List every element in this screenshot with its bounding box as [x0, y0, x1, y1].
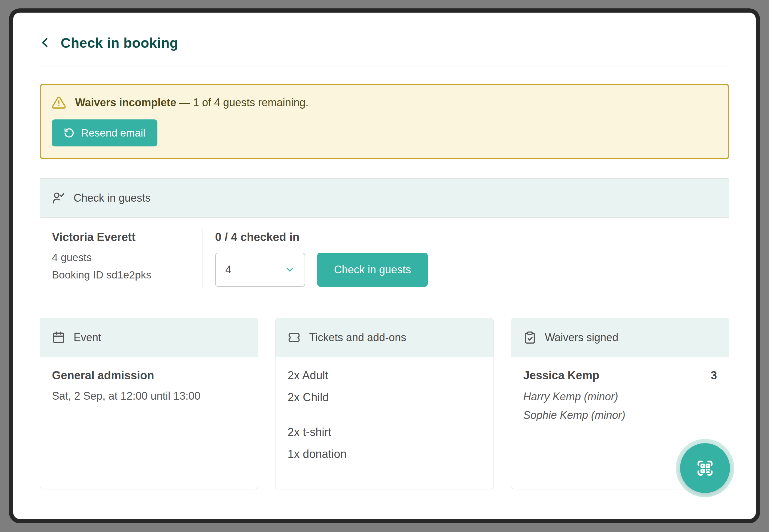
ticket-item: 2x Adult: [288, 369, 481, 382]
waivers-warning-banner: Waivers incomplete — 1 of 4 guests remai…: [40, 84, 729, 159]
tickets-card-header: Tickets and add-ons: [276, 318, 493, 357]
back-button[interactable]: [40, 37, 51, 49]
qr-scan-button-halo: [676, 439, 734, 497]
checkin-panel-body: Victoria Everett 4 guests Booking ID sd1…: [40, 218, 729, 301]
warning-detail: — 1 of 4 guests remaining.: [179, 96, 309, 109]
ticket-item: 2x Child: [288, 391, 481, 404]
addons-divider: [288, 415, 481, 415]
rotate-ccw-icon: [64, 128, 74, 138]
booking-id: Booking ID sd1e2pks: [52, 269, 202, 281]
chevron-left-icon: [40, 37, 51, 49]
guest-name: Victoria Everett: [52, 231, 202, 244]
page-header: Check in booking: [40, 35, 729, 51]
waivers-card: Waivers signed Jessica Kemp 3 Harry Kemp…: [511, 318, 729, 489]
guest-summary: Victoria Everett 4 guests Booking ID sd1…: [52, 229, 202, 287]
warning-message: Waivers incomplete — 1 of 4 guests remai…: [75, 96, 309, 109]
waiver-signer-name: Jessica Kemp: [523, 369, 600, 382]
qr-scan-icon: [695, 458, 715, 478]
event-card-title: Event: [74, 331, 101, 344]
event-card: Event General admission Sat, 2 Sep, at 1…: [40, 318, 258, 489]
qr-scan-button[interactable]: [680, 443, 730, 493]
event-datetime: Sat, 2 Sep, at 12:00 until 13:00: [52, 390, 246, 402]
waivers-card-title: Waivers signed: [545, 331, 619, 344]
waivers-card-header: Waivers signed: [511, 318, 729, 357]
resend-email-label: Resend email: [81, 127, 145, 139]
checked-in-progress: 0 / 4 checked in: [215, 231, 428, 244]
checkin-panel-header: Check in guests: [40, 179, 729, 218]
checkin-controls: 0 / 4 checked in 4 Check in guests: [203, 229, 428, 287]
guest-quantity-value: 4: [225, 263, 232, 276]
clipboard-check-icon: [523, 331, 536, 344]
warning-title: Waivers incomplete: [75, 96, 176, 109]
event-name: General admission: [52, 369, 246, 382]
checkin-panel: Check in guests Victoria Everett 4 guest…: [40, 178, 729, 301]
info-cards: Event General admission Sat, 2 Sep, at 1…: [40, 318, 729, 489]
ticket-icon: [288, 331, 301, 344]
header-divider: [40, 67, 729, 67]
checkin-panel-title: Check in guests: [74, 192, 150, 204]
warning-triangle-icon: [52, 95, 66, 110]
tickets-card-title: Tickets and add-ons: [309, 331, 406, 344]
user-check-icon: [52, 191, 65, 205]
event-card-header: Event: [40, 318, 258, 357]
waiver-count: 3: [711, 369, 717, 382]
calendar-icon: [52, 331, 65, 344]
page-title: Check in booking: [61, 35, 178, 51]
guest-count: 4 guests: [52, 251, 202, 263]
resend-email-button[interactable]: Resend email: [52, 119, 157, 146]
app-window: Check in booking Waivers incomplete — 1 …: [9, 8, 760, 523]
waiver-minor: Sophie Kemp (minor): [523, 409, 717, 422]
addon-item: 1x donation: [288, 448, 481, 461]
waiver-minor: Harry Kemp (minor): [523, 390, 717, 403]
tickets-card: Tickets and add-ons 2x Adult 2x Child 2x…: [275, 318, 493, 489]
addon-item: 2x t-shirt: [288, 426, 481, 439]
guest-quantity-select[interactable]: 4: [215, 253, 305, 287]
check-in-guests-button[interactable]: Check in guests: [317, 253, 428, 287]
chevron-down-icon: [285, 265, 295, 275]
